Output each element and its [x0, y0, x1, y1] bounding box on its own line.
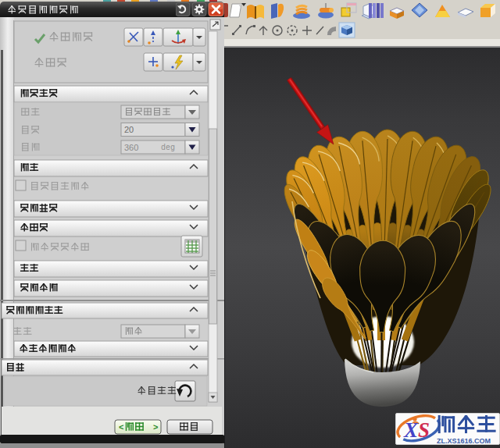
svg-text:360: 360: [124, 143, 138, 152]
svg-text:<: <: [119, 422, 123, 432]
svg-text:X: X: [403, 418, 419, 442]
svg-text:20: 20: [124, 125, 134, 134]
svg-text:deg: deg: [161, 144, 175, 152]
svg-text:S: S: [418, 418, 430, 442]
svg-text:ZL.XS1616.COM: ZL.XS1616.COM: [437, 437, 491, 445]
svg-text:>: >: [153, 422, 158, 432]
